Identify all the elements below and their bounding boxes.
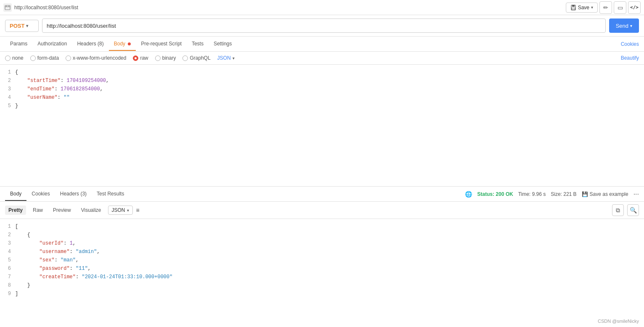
top-bar-url-text: http://localhost:8080/user/list xyxy=(14,5,78,11)
tab-tests[interactable]: Tests xyxy=(187,37,209,51)
response-line-numbers: 1 2 3 4 5 6 7 8 9 xyxy=(0,222,15,298)
response-tab-body[interactable]: Body xyxy=(5,187,26,201)
json-format-selector[interactable]: JSON ▾ xyxy=(108,206,133,215)
pencil-icon: ✏ xyxy=(603,4,608,11)
option-none-label: none xyxy=(12,55,24,61)
save-label: Save xyxy=(578,5,589,11)
comment-icon: ▭ xyxy=(618,4,623,11)
save-as-example-button[interactable]: 💾 Save as example xyxy=(582,191,628,197)
format-tab-pretty[interactable]: Pretty xyxy=(5,206,26,215)
comment-button[interactable]: ▭ xyxy=(614,1,626,14)
filter-button[interactable]: ≡ xyxy=(136,207,140,214)
url-input[interactable] xyxy=(42,18,606,33)
save-example-label: Save as example xyxy=(590,191,628,197)
radio-urlencoded xyxy=(66,55,71,61)
radio-form-data xyxy=(30,55,36,61)
radio-none xyxy=(5,55,11,61)
response-status: 🌐 Status: 200 OK Time: 9.96 s Size: 221 … xyxy=(465,190,639,198)
top-bar: http://localhost:8080/user/list Save ▾ ✏… xyxy=(0,0,644,15)
option-form-data[interactable]: form-data xyxy=(30,55,59,61)
option-none[interactable]: none xyxy=(5,55,24,61)
status-badge: Status: 200 OK xyxy=(477,191,513,197)
tab-pre-request[interactable]: Pre-request Script xyxy=(136,37,187,51)
response-tab-test-results[interactable]: Test Results xyxy=(92,187,129,201)
response-tab-cookies[interactable]: Cookies xyxy=(26,187,55,201)
method-chevron-icon: ▾ xyxy=(26,24,28,28)
method-label: POST xyxy=(10,23,24,29)
format-tab-raw[interactable]: Raw xyxy=(29,206,46,215)
response-code-lines: [ { "userId": 1, "username": "admin", "s… xyxy=(15,222,644,298)
top-bar-actions: Save ▾ ✏ ▭ </> xyxy=(566,1,641,14)
tab-authorization[interactable]: Authorization xyxy=(32,37,72,51)
response-time: Time: 9.96 s xyxy=(518,191,546,197)
option-graphql[interactable]: GraphQL xyxy=(182,55,210,61)
code-button[interactable]: </> xyxy=(628,1,641,14)
body-dot-indicator xyxy=(128,42,131,45)
json-dropdown[interactable]: JSON ▾ xyxy=(217,55,235,61)
radio-binary xyxy=(155,55,161,61)
format-right-actions: ⧉ 🔍 xyxy=(612,204,639,216)
method-select[interactable]: POST ▾ xyxy=(5,20,39,32)
globe-icon: 🌐 xyxy=(465,191,472,198)
code-icon: </> xyxy=(630,5,639,10)
watermark: CSDN @smileNicky xyxy=(598,319,639,324)
beautify-button[interactable]: Beautify xyxy=(621,55,639,61)
request-line-numbers: 1 2 3 4 5 xyxy=(0,68,15,110)
radio-graphql xyxy=(182,55,188,61)
send-chevron-icon: ▾ xyxy=(630,24,632,28)
json-format-chevron-icon: ▾ xyxy=(127,208,129,213)
search-icon: 🔍 xyxy=(630,207,637,214)
response-body-editor: 1 2 3 4 5 6 7 8 9 [ { "userId": 1, "user… xyxy=(0,219,644,327)
more-options-button[interactable]: ··· xyxy=(633,190,639,198)
option-raw-label: raw xyxy=(140,55,148,61)
response-size: Size: 221 B xyxy=(551,191,576,197)
format-tab-preview[interactable]: Preview xyxy=(50,206,74,215)
request-code-lines: { "startTime": 1704109254000, "endTime":… xyxy=(15,68,644,110)
response-section: Body Cookies Headers (3) Test Results 🌐 … xyxy=(0,187,644,327)
send-button[interactable]: Send ▾ xyxy=(609,18,639,33)
search-button[interactable]: 🔍 xyxy=(627,204,639,216)
option-urlencoded-label: x-www-form-urlencoded xyxy=(73,55,126,61)
response-code: 1 2 3 4 5 6 7 8 9 [ { "userId": 1, "user… xyxy=(0,219,644,301)
svg-rect-0 xyxy=(5,5,10,10)
svg-rect-6 xyxy=(572,8,575,10)
json-chevron-icon: ▾ xyxy=(232,56,235,61)
response-format-bar: Pretty Raw Preview Visualize JSON ▾ ≡ ⧉ … xyxy=(0,202,644,219)
option-urlencoded[interactable]: x-www-form-urlencoded xyxy=(66,55,126,61)
copy-button[interactable]: ⧉ xyxy=(612,204,624,216)
body-options: none form-data x-www-form-urlencoded raw… xyxy=(0,52,644,65)
copy-icon: ⧉ xyxy=(616,207,620,214)
tab-right: Cookies xyxy=(621,41,639,47)
option-form-data-label: form-data xyxy=(37,55,59,61)
response-tab-headers[interactable]: Headers (3) xyxy=(55,187,92,201)
filter-icon: ≡ xyxy=(136,207,140,214)
save-button[interactable]: Save ▾ xyxy=(566,3,598,13)
request-bar: POST ▾ Send ▾ xyxy=(0,15,644,37)
svg-rect-5 xyxy=(572,5,575,7)
option-binary-label: binary xyxy=(162,55,176,61)
edit-button[interactable]: ✏ xyxy=(599,1,612,14)
tab-headers[interactable]: Headers (8) xyxy=(72,37,108,51)
tab-body[interactable]: Body xyxy=(109,37,136,51)
save-icon-small: 💾 xyxy=(582,191,588,197)
radio-raw xyxy=(133,55,138,61)
request-tabs: Params Authorization Headers (8) Body Pr… xyxy=(0,37,644,52)
option-graphql-label: GraphQL xyxy=(190,55,210,61)
option-raw[interactable]: raw xyxy=(133,55,148,61)
send-label: Send xyxy=(616,23,628,29)
tab-settings[interactable]: Settings xyxy=(209,37,237,51)
json-label: JSON xyxy=(217,55,231,61)
response-tabs: Body Cookies Headers (3) Test Results 🌐 … xyxy=(0,187,644,202)
url-icon xyxy=(3,3,12,12)
option-binary[interactable]: binary xyxy=(155,55,176,61)
json-format-label: JSON xyxy=(112,207,125,213)
request-code: 1 2 3 4 5 { "startTime": 1704109254000, … xyxy=(0,65,644,113)
top-bar-url-section: http://localhost:8080/user/list xyxy=(3,3,566,12)
request-editor[interactable]: 1 2 3 4 5 { "startTime": 1704109254000, … xyxy=(0,65,644,187)
save-icon xyxy=(570,5,576,11)
tab-params[interactable]: Params xyxy=(5,37,32,51)
save-chevron-icon: ▾ xyxy=(591,5,593,10)
format-tab-visualize[interactable]: Visualize xyxy=(78,206,105,215)
cookies-link[interactable]: Cookies xyxy=(621,41,639,47)
